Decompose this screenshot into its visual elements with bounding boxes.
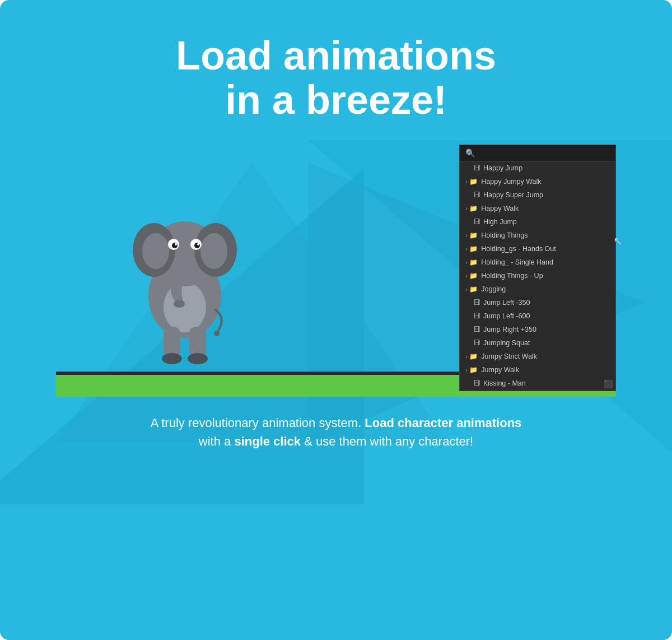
animation-list[interactable]: 🎞Happy Jump›📁Happy Jumpy Walk🎞Happy Supe… [460,161,615,391]
svg-point-1 [164,282,206,332]
folder-icon: 📁 [469,178,478,185]
folder-icon: 📁 [469,231,478,239]
svg-point-6 [200,233,227,269]
list-item[interactable]: 🎞Jump Left -350 [460,296,615,309]
animation-icon: 🎞 [473,339,480,347]
expand-arrow: › [465,286,467,293]
animation-panel: 🔍 🎞Happy Jump›📁Happy Jumpy Walk🎞Happy Su… [459,145,616,391]
header: Load animations in a breeze! [176,34,496,122]
list-item[interactable]: ›📁Jumpy Walk [460,363,615,377]
list-item[interactable]: 🎞Jump Right +350 [460,323,615,336]
folder-icon: 📁 [469,258,478,266]
main-container: Load animations in a breeze! [0,0,672,640]
svg-point-9 [172,243,178,248]
svg-point-10 [194,243,200,248]
folder-icon: 📁 [469,353,478,360]
scene: 🔍 🎞Happy Jump›📁Happy Jumpy Walk🎞Happy Su… [56,133,616,397]
list-item[interactable]: 🎞Happy Jump [460,161,615,175]
animation-icon: 🎞 [473,218,480,226]
list-item[interactable]: ›📁Jogging [460,282,615,296]
list-item[interactable]: 🎞Happy Super Jump [460,188,615,202]
list-item[interactable]: ›📁Happy Jumpy Walk [460,175,615,188]
mouse-cursor: ↖ [613,234,623,248]
list-item[interactable]: 🎞Kissing - Man [460,377,615,390]
list-item[interactable]: ›📁Holding Things [460,229,615,242]
search-icon: 🔍 [465,149,475,157]
svg-point-5 [142,233,169,269]
svg-point-13 [174,300,185,308]
animation-icon: 🎞 [473,379,480,387]
svg-rect-14 [164,327,180,358]
animation-icon: 🎞 [473,326,480,333]
folder-icon: 📁 [469,205,478,212]
list-item[interactable]: 🎞High Jump [460,215,615,229]
svg-point-18 [214,331,220,336]
expand-arrow: › [465,273,467,279]
bottom-description: A truly revolutionary animation system. … [151,414,522,451]
elephant-character [129,167,241,374]
folder-icon: 📁 [469,366,478,374]
expand-arrow: › [465,206,467,212]
list-item[interactable]: ›📁Jumpy Strict Walk [460,350,615,363]
expand-arrow: › [465,246,467,252]
expand-arrow: › [465,179,467,185]
svg-point-12 [197,243,199,245]
list-item[interactable]: ›📁Holding_gs - Hands Out [460,242,615,256]
svg-rect-16 [189,327,206,358]
list-item[interactable]: ›📁Holding_ - Single Hand [460,256,615,269]
expand-arrow: › [465,367,467,373]
animation-icon: 🎞 [473,191,480,199]
folder-icon: 📁 [469,272,478,280]
expand-arrow: › [465,233,467,239]
search-bar[interactable]: 🔍 [460,145,615,161]
folder-icon: 📁 [469,285,478,293]
svg-point-17 [188,353,208,364]
expand-arrow: › [465,259,467,266]
svg-point-11 [175,243,177,245]
list-item[interactable]: 🎞Jumping Squat [460,336,615,350]
list-item[interactable]: ›📁Happy Walk [460,202,615,215]
list-item[interactable]: 🎞Jump Left -600 [460,309,615,323]
animation-icon: 🎞 [473,164,480,172]
svg-point-15 [162,353,182,364]
animation-icon: 🎞 [473,299,480,307]
animation-icon: 🎞 [473,312,480,320]
list-item[interactable]: ›📁Holding Things - Up [460,269,615,282]
folder-icon: 📁 [469,245,478,253]
page-title: Load animations in a breeze! [176,34,496,122]
expand-arrow: › [465,354,467,360]
resize-handle[interactable]: ⬛ [604,379,613,388]
